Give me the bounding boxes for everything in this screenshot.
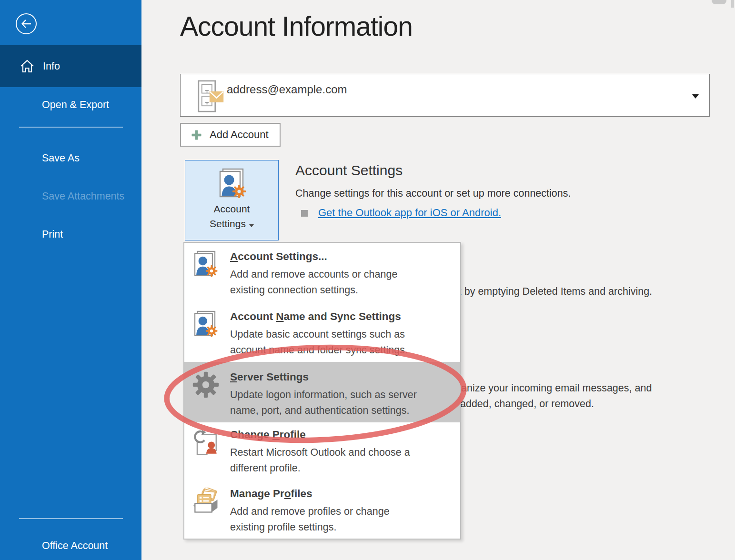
background-text-rules-line1: anize your incoming email messages, and: [461, 382, 652, 394]
sidebar-item-label: Open & Export: [42, 99, 109, 111]
menu-item-change-profile[interactable]: Change Profile Restart Microsoft Outlook…: [184, 428, 460, 476]
avatar: [712, 0, 726, 4]
card-box-icon: [192, 488, 220, 515]
menu-item-title: Account Name and Sync Settings: [230, 310, 460, 324]
menu-item-title: Account Settings...: [230, 250, 460, 264]
sidebar-item-label: Info: [43, 60, 60, 72]
section-description: Change settings for this account or set …: [295, 188, 571, 200]
outlook-app-link[interactable]: Get the Outlook app for iOS or Android.: [318, 207, 501, 219]
menu-item-description: Add and remove profiles or changeexistin…: [230, 504, 460, 535]
sidebar-item-open-export[interactable]: Open & Export: [0, 94, 141, 115]
sidebar-item-office-account[interactable]: Office Account: [0, 535, 141, 556]
bullet-square-icon: [301, 210, 308, 217]
account-selector-dropdown[interactable]: address@example.com: [180, 74, 710, 117]
menu-item-title: Manage Profiles: [230, 487, 460, 501]
background-text-rules-line2: added, changed, or removed.: [460, 398, 594, 410]
sidebar-item-label: Save As: [42, 152, 80, 164]
sidebar-item-label: Save Attachments: [42, 190, 124, 202]
selected-account-email: address@example.com: [227, 83, 347, 96]
plus-icon: [191, 130, 201, 140]
background-text-mailbox: x by emptying Deleted Items and archivin…: [456, 286, 652, 298]
sidebar-item-print[interactable]: Print: [0, 224, 141, 245]
sidebar-item-save-attachments: Save Attachments: [0, 186, 141, 207]
refresh-person-icon: [192, 429, 220, 460]
mail-account-icon: [192, 80, 225, 114]
avatar: [731, 0, 734, 8]
back-button[interactable]: [16, 13, 37, 34]
account-gear-icon: [192, 310, 219, 340]
menu-item-description: Update basic account settings such asacc…: [230, 327, 460, 358]
sidebar-divider: [19, 127, 123, 128]
menu-item-server-settings[interactable]: Server Settings Update logon information…: [184, 362, 460, 422]
sidebar-item-label: Office Account: [42, 540, 108, 552]
account-settings-menu: Account Settings... Add and remove accou…: [183, 242, 461, 540]
sidebar-item-label: Print: [42, 229, 63, 240]
account-gear-icon: [192, 250, 219, 280]
gear-icon: [192, 371, 220, 400]
menu-item-account-settings[interactable]: Account Settings... Add and remove accou…: [184, 250, 460, 298]
chevron-down-icon: [249, 224, 254, 227]
home-icon: [19, 58, 35, 74]
page-title: Account Information: [180, 10, 413, 42]
account-settings-button[interactable]: Account Settings: [185, 160, 279, 240]
section-heading: Account Settings: [295, 162, 403, 179]
menu-item-description: Update logon information, such as server…: [230, 387, 460, 419]
menu-item-title: Server Settings: [230, 370, 460, 384]
backstage-sidebar: Info Open & Export Save As Save Attachme…: [0, 0, 141, 560]
sidebar-divider: [19, 518, 123, 519]
menu-item-title: Change Profile: [230, 428, 460, 442]
add-account-button[interactable]: Add Account: [180, 123, 281, 147]
tile-label-line1: Account: [185, 201, 278, 216]
sidebar-item-info[interactable]: Info: [0, 45, 141, 87]
add-account-label: Add Account: [210, 129, 269, 141]
menu-item-manage-profiles[interactable]: Manage Profiles Add and remove profiles …: [184, 487, 460, 535]
sidebar-item-save-as[interactable]: Save As: [0, 148, 141, 169]
account-gear-icon: [217, 168, 247, 201]
back-arrow-icon: [20, 18, 32, 30]
menu-item-description: Add and remove accounts or changeexistin…: [230, 267, 460, 298]
tile-label-line2: Settings: [185, 216, 278, 231]
menu-item-description: Restart Microsoft Outlook and choose adi…: [230, 445, 460, 476]
menu-item-account-name-sync[interactable]: Account Name and Sync Settings Update ba…: [184, 310, 460, 358]
chevron-down-icon: [692, 94, 699, 99]
